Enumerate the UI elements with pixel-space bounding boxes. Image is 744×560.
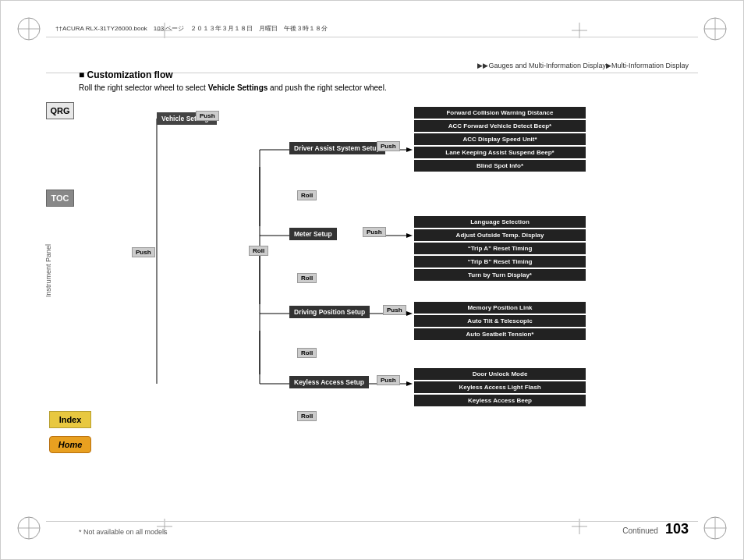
tab-qrg[interactable]: QRG [46,102,74,119]
keyless-items: Door Unlock Mode Keyless Access Light Fl… [414,368,586,408]
roll-after-keyless: Roll [297,411,317,421]
header-line [46,37,698,37]
driving-position-items: Memory Position Link Auto Tilt & Telesco… [414,302,586,342]
push-left: Push [132,247,155,257]
item-auto-tilt: Auto Tilt & Telescopic [414,315,586,327]
corner-tl [13,13,44,48]
meter-items: Language Selection Adjust Outside Temp. … [414,216,586,282]
roll-after-driver: Roll [297,190,317,200]
instrument-panel-label: Instrument Panel [44,219,52,297]
item-fcwd: Forward Collision Warning Distance [414,107,586,119]
continued-text: Continued [622,526,658,535]
item-acc-beep: ACC Forward Vehicle Detect Beep* [414,120,586,132]
item-trip-b: “Trip B” Reset Timing [414,256,586,268]
svg-marker-28 [406,147,413,152]
page-outer: ††ACURA RLX-31TY26000.book 103 ページ ２０１３年… [0,0,744,560]
svg-marker-34 [406,381,413,386]
flow-diagram: Vehicle Settings Push Push Roll Driver A… [79,103,696,446]
item-turn-by-turn: Turn by Turn Display* [414,269,586,281]
item-acc-speed: ACC Display Speed Unit* [414,133,586,145]
section-title: Customization flow [79,69,696,80]
item-light-flash: Keyless Access Light Flash [414,381,586,393]
push-driver-assist: Push [377,141,400,151]
corner-bl [13,512,44,547]
item-memory-pos: Memory Position Link [414,302,586,314]
main-content: Customization flow Roll the right select… [79,69,696,512]
item-blind-spot: Blind Spot Info* [414,160,586,172]
subtitle: Roll the right selector wheel to select … [79,83,696,92]
push-driving: Push [383,305,406,315]
meter-setup-box: Meter Setup [289,228,337,240]
push-meter: Push [363,227,386,237]
subtitle-suffix: and push the right selector wheel. [267,83,386,92]
item-door-unlock: Door Unlock Mode [414,368,586,380]
item-access-beep: Keyless Access Beep [414,395,586,406]
flow-connectors [79,103,696,446]
header-japanese: ††ACURA RLX-31TY26000.book 103 ページ ２０１３年… [55,24,328,33]
footer-line [46,521,698,522]
page-number: 103 [665,521,689,537]
item-lang: Language Selection [414,216,586,228]
driver-assist-items: Forward Collision Warning Distance ACC F… [414,107,586,173]
footnote: * Not available on all models [79,528,168,536]
subtitle-prefix: Roll the right selector wheel to select [79,83,208,92]
tab-toc[interactable]: TOC [46,190,74,207]
item-seatbelt: Auto Seatbelt Tension* [414,328,586,340]
subtitle-bold: Vehicle Settings [208,83,268,92]
roll-after-meter: Roll [297,273,317,283]
svg-marker-30 [406,233,413,238]
item-lka: Lane Keeping Assist Suspend Beep* [414,147,586,158]
item-temp: Adjust Outside Temp. Display [414,229,586,241]
item-trip-a: “Trip A” Reset Timing [414,243,586,254]
roll-main: Roll [249,246,268,256]
breadcrumb: ▶▶Gauges and Multi-Information Display▶M… [477,62,689,69]
push-vehicle: Push [196,111,219,121]
corner-br [700,512,731,547]
corner-tr [700,13,731,48]
keyless-setup-box: Keyless Access Setup [289,376,369,388]
push-keyless: Push [377,375,400,385]
driver-assist-box: Driver Assist System Setup [289,142,385,154]
page-number-area: Continued 103 [622,521,689,537]
crosshair-top-right [572,23,587,41]
svg-marker-32 [406,311,413,316]
roll-after-driving: Roll [297,348,317,358]
driving-position-box: Driving Position Setup [289,306,370,318]
